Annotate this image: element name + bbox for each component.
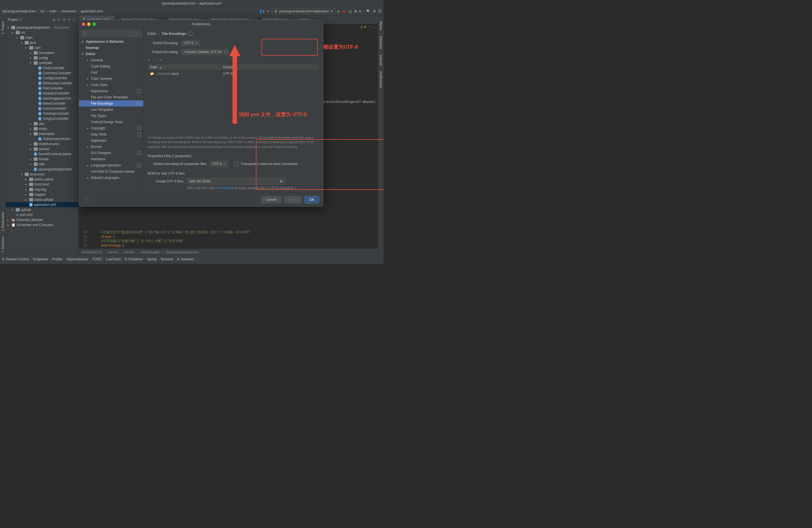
search-icon[interactable]: 🔍 xyxy=(366,9,371,13)
settings-item-gui-designer[interactable]: GUI Designer▫ xyxy=(79,150,143,156)
tree-item-upload[interactable]: ▸upload xyxy=(5,207,78,212)
user-icon[interactable]: 👤▾ xyxy=(259,9,264,13)
editor-breadcrumb-item[interactable]: Document 1/1 xyxy=(82,250,103,254)
settings-item-live-templates[interactable]: Live Templates xyxy=(79,106,143,113)
tree-item-AuthorizationInterc[interactable]: CAuthorizationInterc xyxy=(5,136,78,142)
settings-item-inlay-hints[interactable]: Inlay Hints▫ xyxy=(79,131,143,137)
bottom-tool-8--services[interactable]: 8: Services xyxy=(177,257,194,261)
tree-item-main[interactable]: ▾main xyxy=(5,35,78,40)
tree-item-controller[interactable]: ▾controller xyxy=(5,60,78,65)
tree-item-ConfigController[interactable]: CConfigController xyxy=(5,76,78,81)
breadcrumb-item[interactable]: application.yml xyxy=(81,9,103,13)
jclasslib-tool-button[interactable]: jclasslib xyxy=(379,55,383,66)
cancel-button[interactable]: Cancel xyxy=(261,196,281,203)
settings-item-editor[interactable]: ▾Editor xyxy=(79,51,143,57)
create-utf8-dropdown[interactable]: with NO BOM▼ xyxy=(187,178,285,185)
transparent-checkbox[interactable] xyxy=(234,162,238,166)
ok-button[interactable]: OK xyxy=(305,196,319,203)
database-tool-button[interactable]: Database xyxy=(379,36,383,49)
settings-item-intentions[interactable]: Intentions xyxy=(79,156,143,162)
editor-breadcrumb-item[interactable]: context-path: xyxy=(141,250,160,254)
tree-item-YishengController[interactable]: CYishengController xyxy=(5,111,78,116)
bottom-tool-luacheck[interactable]: LuaCheck xyxy=(106,257,121,261)
settings-item-emmet[interactable]: ▸Emmet xyxy=(79,144,143,150)
run-config-dropdown[interactable]: ⬢yiyuanguanhaojiuzhenApplication▾ xyxy=(272,9,335,14)
bottom-tool-6--problems[interactable]: 6: Problems xyxy=(125,257,143,261)
tree-item-mapper[interactable]: ▸mapper xyxy=(5,192,78,197)
apply-button[interactable]: Apply xyxy=(284,196,302,203)
tree-item-GuahaoController[interactable]: CGuahaoController xyxy=(5,91,78,96)
editor-breadcrumb-item[interactable]: servlet: xyxy=(124,250,135,254)
tree-item-service[interactable]: ▸service xyxy=(5,146,78,151)
settings-item-duplicates[interactable]: Duplicates xyxy=(79,137,143,144)
tree-item-com[interactable]: ▾com xyxy=(5,45,78,50)
expand-icon[interactable]: ⇅ xyxy=(58,18,60,21)
problems-indicator[interactable]: ⚠ 4 xyxy=(360,25,366,29)
settings-icon[interactable]: ✦ xyxy=(68,18,71,21)
tree-item-ServletContextListene[interactable]: CServletContextListene xyxy=(5,151,78,157)
structure-tool-button[interactable]: 7: Structure xyxy=(1,237,4,253)
minimize-icon[interactable] xyxy=(87,23,90,26)
tree-item-application.yml[interactable]: ⚙application.yml xyxy=(5,202,78,207)
tree-item-thread[interactable]: ▸thread xyxy=(5,157,78,162)
tree-item-model.enums[interactable]: ▸model.enums xyxy=(5,142,78,146)
code-line[interactable]: 33field-strategy: 2 xyxy=(79,244,378,247)
editor-breadcrumb-item[interactable]: server: xyxy=(108,250,119,254)
stop-icon[interactable]: ■ xyxy=(359,9,361,13)
settings-item-file-encodings[interactable]: File Encodings▫ xyxy=(79,100,143,106)
help-button[interactable]: ? xyxy=(83,196,89,203)
back-icon[interactable]: ← xyxy=(309,32,313,36)
tree-item-ChatController[interactable]: CChatController xyxy=(5,65,78,71)
editor-breadcrumb-item[interactable]: /yiyuanguanhaojiuzhe... xyxy=(165,250,201,254)
tree-item-yiyuanguanhaojiuzhen[interactable]: Cyiyuanguanhaojiuzhen xyxy=(5,167,78,172)
settings-item-keymap[interactable]: Keymap xyxy=(79,45,143,51)
tree-item-src[interactable]: ▾src xyxy=(5,30,78,35)
tree-item-External Libraries[interactable]: ▸📚External Libraries xyxy=(5,217,78,222)
tree-item-pom.xml[interactable]: mpom.xml xyxy=(5,212,78,217)
settings-icon[interactable]: ⚙ xyxy=(373,9,376,13)
settings-tree[interactable]: ▸Appearance & BehaviorKeymap▾Editor▸Gene… xyxy=(79,39,143,192)
code-line[interactable]: 30#主键类型 0:"数据库ID自增", 1:"用户输入ID",2:"全局唯一I… xyxy=(79,230,378,235)
breadcrumb-item[interactable]: resources xyxy=(61,9,76,13)
content-breadcrumb[interactable]: Editor xyxy=(148,32,156,36)
utf8-bom-link[interactable]: UTF-8 BOM xyxy=(216,186,234,190)
settings-item-font[interactable]: Font xyxy=(79,70,143,76)
props-encoding-dropdown[interactable]: UTF-8▼ xyxy=(209,161,228,167)
collapse-icon[interactable]: ⊟ xyxy=(63,18,66,21)
settings-item-appearance---behavior[interactable]: ▸Appearance & Behavior xyxy=(79,39,143,45)
settings-item-inspections[interactable]: Inspections▫ xyxy=(79,88,143,94)
code-line[interactable]: 31id-type: 1 xyxy=(79,235,378,239)
settings-item-general[interactable]: ▸General xyxy=(79,57,143,63)
tree-item-JiankangjiaoyuCon[interactable]: CJiankangjiaoyuCon xyxy=(5,96,78,101)
coverage-icon[interactable]: ◱ xyxy=(349,9,352,13)
tree-item-resources[interactable]: ▾resources xyxy=(5,172,78,177)
encoding-table-row[interactable]: 📁 .../src/main/java UTF-8 xyxy=(148,71,319,77)
tree-item-utils[interactable]: ▸utils xyxy=(5,162,78,167)
settings-item-copyright[interactable]: ▸Copyright▫ xyxy=(79,125,143,131)
settings-item-file-and-code-templates[interactable]: File and Code Templates xyxy=(79,94,143,100)
close-icon[interactable] xyxy=(82,23,85,26)
tree-item-yiyuanguanhaojiuzhen[interactable]: ▾yiyuanguanhaojiuzhen~/Documen xyxy=(5,25,78,30)
bookmarks-tool-button[interactable]: 2: Bookmarks xyxy=(1,212,4,231)
global-encoding-dropdown[interactable]: UTF-8▼ xyxy=(182,40,200,46)
tree-item-img.img[interactable]: ▸img.img xyxy=(5,187,78,192)
project-tree[interactable]: ▾yiyuanguanhaojiuzhen~/Documen▾src▾main▾… xyxy=(5,24,78,255)
bottom-tool-dependencies[interactable]: Dependencies xyxy=(67,257,88,261)
bottom-tool-profiler[interactable]: Profiler xyxy=(52,257,63,261)
code-line[interactable]: 32#字段策略 0:"忽略判断",1:"非 NULL 判断"),2:"非空判断" xyxy=(79,239,378,244)
settings-search-input[interactable] xyxy=(81,30,142,37)
project-tool-button[interactable]: 1: Project xyxy=(1,21,4,34)
more-icon[interactable]: ☰ xyxy=(378,9,381,13)
hide-icon[interactable]: — xyxy=(73,18,76,21)
run-icon[interactable]: ▶ xyxy=(337,9,340,13)
tree-item-static.upload[interactable]: ▸static.upload xyxy=(5,197,78,202)
settings-item-language-injections[interactable]: ▸Language Injections▫ xyxy=(79,162,143,168)
tree-item-Scratches and Consoles[interactable]: ▸📋Scratches and Consoles xyxy=(5,222,78,228)
tree-item-dao[interactable]: ▸dao xyxy=(5,121,78,126)
notifications-tool-button[interactable]: Notifications xyxy=(379,71,383,88)
chevron-down-icon[interactable]: ⌄ xyxy=(372,25,375,29)
tree-item-interceptor[interactable]: ▾interceptor xyxy=(5,131,78,136)
bottom-tool-endpoints[interactable]: Endpoints xyxy=(33,257,48,261)
settings-item-natural-languages[interactable]: ▸Natural Languages xyxy=(79,175,143,181)
bottom-tool-9--version-control[interactable]: 9: Version Control xyxy=(2,257,29,261)
